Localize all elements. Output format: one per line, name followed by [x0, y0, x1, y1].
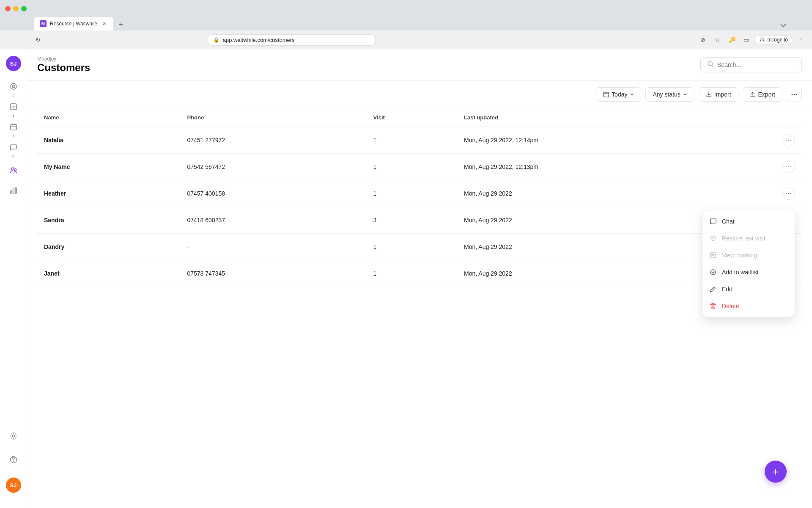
import-button[interactable]: Import [699, 87, 738, 102]
sidebar-org-avatar[interactable]: SJ [6, 56, 21, 71]
sidebar-item-settings[interactable] [4, 428, 23, 446]
add-customer-fab[interactable]: + [765, 461, 787, 483]
svg-rect-13 [604, 92, 609, 97]
calendar-small-icon [603, 91, 609, 97]
edit-menu-icon [709, 285, 717, 293]
menu-item-delete[interactable]: Delete [702, 298, 795, 315]
customers-table-container: Name Phone Visit Last updated Natalia 07… [27, 108, 812, 508]
col-header-last-updated: Last updated [457, 108, 776, 127]
row-menu-button[interactable]: ··· [782, 160, 795, 173]
sidebar-item-analytics[interactable] [4, 182, 23, 201]
nav-buttons: ← → ↻ [5, 34, 44, 46]
waitlist-icon [710, 269, 716, 276]
incognito-icon [759, 37, 765, 43]
table-row: My Name 07542 567472 1 Mon, Aug 29 2022,… [37, 154, 802, 180]
today-button[interactable]: Today [596, 87, 641, 102]
sidebar-item-messages[interactable]: 0 [4, 141, 23, 160]
tab-favicon: M [40, 20, 47, 27]
minimize-button[interactable] [13, 6, 19, 11]
menu-item-restore-last-visit: Restore last visit [702, 230, 795, 247]
address-input[interactable]: 🔒 app.waitwhile.com/customers [207, 34, 376, 46]
cell-last-updated: Mon, Aug 29 2022, 12:14pm [457, 127, 776, 154]
header-right [700, 57, 802, 72]
sidebar-item-customers[interactable] [4, 162, 23, 180]
new-tab-button[interactable]: + [115, 19, 127, 30]
cell-phone: 07542 567472 [180, 154, 366, 180]
menu-item-edit[interactable]: Edit [702, 281, 795, 298]
messages-icon [9, 143, 18, 154]
settings-icon [9, 432, 18, 442]
customers-table: Name Phone Visit Last updated Natalia 07… [37, 108, 802, 287]
title-bar [0, 0, 812, 17]
context-menu: Chat Restore last visit View booking Add… [702, 210, 795, 318]
cell-last-updated: Mon, Aug 29 2022 [457, 180, 776, 207]
restore-icon [710, 235, 716, 242]
bookmark-button[interactable]: ☆ [711, 34, 723, 46]
view-booking-menu-label: View booking [722, 252, 757, 259]
menu-item-add-to-waitlist[interactable]: Add to waitlist [702, 264, 795, 281]
more-actions-button[interactable] [787, 87, 802, 102]
status-filter-button[interactable]: Any status [645, 87, 694, 102]
browser-tab[interactable]: M Resource | Waitwhile ✕ [34, 17, 113, 30]
table-row: Dandry – 1 Mon, Aug 29 2022 ··· [37, 234, 802, 260]
tasks-icon [9, 102, 18, 113]
cell-visit: 1 [367, 180, 457, 207]
reload-button[interactable]: ↻ [32, 34, 44, 46]
svg-rect-9 [15, 188, 16, 193]
search-box[interactable] [700, 57, 802, 72]
row-menu-button[interactable]: ··· [782, 187, 795, 200]
cell-phone: – [180, 234, 366, 260]
close-button[interactable] [5, 6, 11, 11]
restore-last-visit-menu-label: Restore last visit [722, 235, 765, 242]
address-url: app.waitwhile.com/customers [223, 37, 295, 43]
export-icon [750, 91, 756, 97]
notifications-badge: 3 [12, 94, 14, 97]
row-menu-button[interactable]: ··· [782, 134, 795, 146]
chat-icon [710, 218, 716, 225]
incognito-badge[interactable]: Incognito [754, 35, 793, 44]
col-header-name: Name [37, 108, 180, 127]
analytics-icon [9, 186, 18, 197]
toolbar: Today Any status Import Export [27, 81, 812, 108]
add-to-waitlist-menu-icon [709, 268, 717, 276]
traffic-lights [5, 6, 27, 11]
status-chevron-icon [683, 92, 687, 97]
browser-actions: ⊘ ☆ 🔑 ▭ Incognito ⋮ [697, 34, 807, 46]
svg-point-2 [12, 85, 15, 88]
passwords-button[interactable]: 🔑 [726, 34, 738, 46]
address-bar: ← → ↻ 🔒 app.waitwhile.com/customers ⊘ ☆ … [0, 30, 812, 49]
sidebar-bottom: SJ [4, 427, 23, 501]
sidebar-item-help[interactable] [4, 451, 23, 470]
tab-title: Resource | Waitwhile [50, 21, 97, 27]
cell-name: My Name [37, 154, 180, 180]
cell-visit: 1 [367, 154, 457, 180]
back-button[interactable]: ← [5, 34, 17, 46]
search-input[interactable] [717, 61, 795, 68]
svg-rect-7 [11, 190, 12, 193]
menu-item-chat[interactable]: Chat [702, 213, 795, 230]
edit-menu-label: Edit [722, 286, 732, 293]
org-avatar-label: SJ [10, 61, 17, 67]
extensions-button[interactable]: ⊘ [697, 34, 709, 46]
more-button[interactable]: ⋮ [795, 34, 807, 46]
sidebar-item-tasks[interactable]: 1 [4, 101, 23, 119]
svg-point-5 [11, 168, 14, 170]
table-row: Heather 07457 400158 1 Mon, Aug 29 2022 … [37, 180, 802, 207]
maximize-button[interactable] [21, 6, 27, 11]
table-row: Natalia 07451 277972 1 Mon, Aug 29 2022,… [37, 127, 802, 154]
cell-actions: ··· [776, 180, 802, 207]
cast-button[interactable]: ▭ [740, 34, 752, 46]
tab-close-button[interactable]: ✕ [101, 20, 107, 27]
col-header-visit: Visit [367, 108, 457, 127]
user-avatar[interactable]: SJ [6, 478, 21, 493]
sidebar-item-notifications[interactable]: 3 [4, 80, 23, 99]
forward-button[interactable]: → [19, 34, 30, 46]
svg-rect-18 [710, 253, 716, 258]
restore-last-visit-menu-icon [709, 235, 717, 242]
cell-name: Heather [37, 180, 180, 207]
sidebar-item-calendar[interactable]: 1 [4, 121, 23, 140]
cell-phone: 07451 277972 [180, 127, 366, 154]
expand-icon [780, 22, 787, 29]
export-button[interactable]: Export [743, 87, 782, 102]
cell-name: Janet [37, 260, 180, 287]
